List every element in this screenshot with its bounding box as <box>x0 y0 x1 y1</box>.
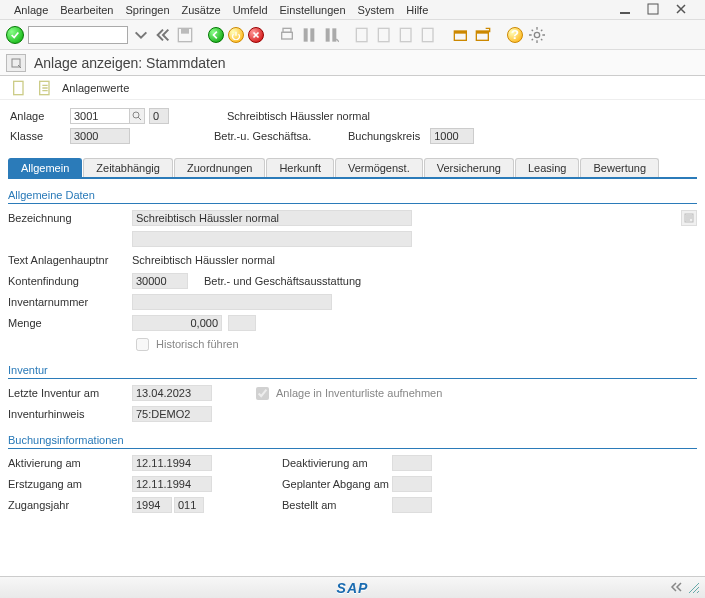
menu-system[interactable]: System <box>358 4 395 16</box>
close-icon[interactable] <box>675 3 687 17</box>
save-icon[interactable] <box>176 26 194 44</box>
group-inventur: Inventur Letzte Inventur am 13.04.2023 A… <box>8 362 697 424</box>
geplanter-abgang-label: Geplanter Abgang am <box>282 478 392 490</box>
svg-rect-0 <box>620 12 630 14</box>
svg-rect-20 <box>14 81 23 94</box>
inventarnummer-label: Inventarnummer <box>8 296 132 308</box>
bezeichnung-field: Schreibtisch Häussler normal <box>132 210 412 226</box>
dropdown-icon[interactable] <box>132 26 150 44</box>
tab-versicherung[interactable]: Versicherung <box>424 158 514 177</box>
historisch-checkbox-input <box>136 338 149 351</box>
sap-logo: SAP <box>337 580 369 596</box>
group-title-inv: Inventur <box>8 362 697 379</box>
aufnehmen-checkbox: Anlage in Inventurliste aufnehmen <box>252 384 442 403</box>
klasse-label: Klasse <box>10 130 70 142</box>
tab-vermoegenst[interactable]: Vermögenst. <box>335 158 423 177</box>
menubar: Anlage Bearbeiten Springen Zusätze Umfel… <box>0 0 705 20</box>
svg-rect-9 <box>332 28 336 41</box>
bestellt-field <box>392 497 432 513</box>
tab-bewertung[interactable]: Bewertung <box>580 158 659 177</box>
maximize-icon[interactable] <box>647 3 659 17</box>
layout-icon[interactable] <box>474 26 492 44</box>
svg-rect-4 <box>282 32 293 39</box>
new-session-icon[interactable] <box>452 26 470 44</box>
kontenfindung-field: 30000 <box>132 273 188 289</box>
inventurhinweis-label: Inventurhinweis <box>8 408 132 420</box>
tab-leasing[interactable]: Leasing <box>515 158 580 177</box>
betru-label: Betr.-u. Geschäftsa. <box>214 130 334 142</box>
find-next-icon[interactable] <box>322 26 340 44</box>
svg-rect-6 <box>304 28 308 41</box>
tab-herkunft[interactable]: Herkunft <box>266 158 334 177</box>
menu-einstellungen[interactable]: Einstellungen <box>280 4 346 16</box>
tab-zeitabhaengig[interactable]: Zeitabhängig <box>83 158 173 177</box>
svg-rect-5 <box>283 28 291 32</box>
bukrs-label: Buchungskreis <box>348 130 420 142</box>
back-double-icon[interactable] <box>154 26 172 44</box>
anlage-sub-field[interactable]: 0 <box>149 108 169 124</box>
letzte-inventur-field: 13.04.2023 <box>132 385 212 401</box>
f4-help-icon[interactable] <box>129 108 145 124</box>
textah-value: Schreibtisch Häussler normal <box>132 254 275 266</box>
doc-icon-2[interactable] <box>36 79 54 97</box>
print-icon[interactable] <box>278 26 296 44</box>
historisch-label: Historisch führen <box>156 338 239 350</box>
anlage-field[interactable]: 3001 <box>70 108 130 124</box>
last-page-icon[interactable] <box>420 26 438 44</box>
bukrs-field: 1000 <box>430 128 474 144</box>
longtext-icon[interactable] <box>681 210 697 226</box>
erstzugang-label: Erstzugang am <box>8 478 132 490</box>
find-icon[interactable] <box>300 26 318 44</box>
menu-zusaetze[interactable]: Zusätze <box>182 4 221 16</box>
tab-allgemein[interactable]: Allgemein <box>8 158 82 177</box>
menu-umfeld[interactable]: Umfeld <box>233 4 268 16</box>
aufnehmen-checkbox-input <box>256 387 269 400</box>
tab-zuordnungen[interactable]: Zuordnungen <box>174 158 265 177</box>
select-object-button[interactable] <box>6 54 26 72</box>
aufnehmen-label: Anlage in Inventurliste aufnehmen <box>276 387 442 399</box>
svg-rect-1 <box>648 4 658 14</box>
first-page-icon[interactable] <box>354 26 372 44</box>
klasse-field: 3000 <box>70 128 130 144</box>
tab-panel: Allgemeine Daten Bezeichnung Schreibtisc… <box>8 187 697 515</box>
next-page-icon[interactable] <box>398 26 416 44</box>
bezeichnung-label: Bezeichnung <box>8 212 132 224</box>
prev-page-icon[interactable] <box>376 26 394 44</box>
main-toolbar: ? <box>0 20 705 50</box>
anlagenwerte-button[interactable]: Anlagenwerte <box>62 82 129 94</box>
svg-rect-3 <box>181 28 189 33</box>
exit-button[interactable] <box>228 27 244 43</box>
group-buchungsinformationen: Buchungsinformationen Aktivierung am 12.… <box>8 432 697 515</box>
erstzugang-field: 12.11.1994 <box>132 476 212 492</box>
header-desc: Schreibtisch Häussler normal <box>227 110 370 122</box>
svg-rect-8 <box>326 28 330 41</box>
menu-hilfe[interactable]: Hilfe <box>406 4 428 16</box>
resize-grip-icon[interactable] <box>687 581 699 595</box>
command-field[interactable] <box>28 26 128 44</box>
settings-icon[interactable] <box>528 26 546 44</box>
menu-bearbeiten[interactable]: Bearbeiten <box>60 4 113 16</box>
doc-icon-1[interactable] <box>10 79 28 97</box>
letzte-inventur-label: Letzte Inventur am <box>8 387 132 399</box>
bestellt-label: Bestellt am <box>282 499 392 511</box>
menu-springen[interactable]: Springen <box>125 4 169 16</box>
inventurhinweis-field: 75:DEMO2 <box>132 406 212 422</box>
minimize-icon[interactable] <box>619 3 631 17</box>
anlage-label: Anlage <box>10 110 70 122</box>
group-title-buch: Buchungsinformationen <box>8 432 697 449</box>
menge-field: 0,000 <box>132 315 222 331</box>
deaktivierung-field <box>392 455 432 471</box>
textah-label: Text Anlagenhauptnr <box>8 254 132 266</box>
historisch-checkbox: Historisch führen <box>132 335 239 354</box>
cancel-button[interactable] <box>248 27 264 43</box>
enter-button[interactable] <box>6 26 24 44</box>
menge-unit-field <box>228 315 256 331</box>
zugangsperiode-field: 011 <box>174 497 204 513</box>
zugangsjahr-field: 1994 <box>132 497 172 513</box>
help-icon[interactable]: ? <box>506 26 524 44</box>
collapse-icon[interactable] <box>669 581 683 595</box>
menge-label: Menge <box>8 317 132 329</box>
menu-anlage[interactable]: Anlage <box>14 4 48 16</box>
svg-rect-10 <box>356 28 367 41</box>
back-button[interactable] <box>208 27 224 43</box>
